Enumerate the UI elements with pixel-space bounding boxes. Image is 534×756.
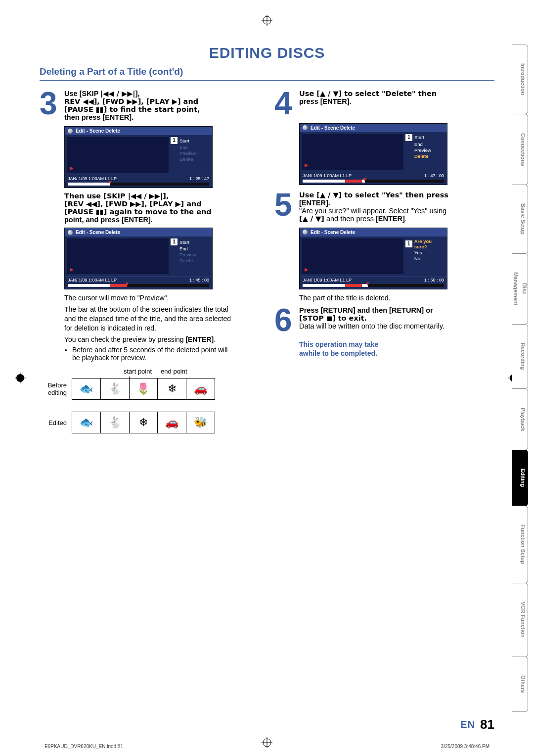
step3-line1c: ], (135, 90, 140, 97)
skip-icons: |◀◀ / ▶▶| (100, 90, 135, 97)
scene-icon: 🌷 (130, 378, 158, 399)
play-icon: ▶ (305, 267, 309, 272)
step-number-6: 6 (274, 306, 295, 335)
step3-bullets: Before and after 5 seconds of the delete… (64, 346, 232, 362)
step-number-4: 4 (274, 90, 295, 118)
step3-then4: point, and press [ENTER]. (64, 216, 153, 224)
divider (40, 80, 494, 81)
disc-icon (303, 125, 308, 130)
osd5-status: JAN/ 1/09 1:00AM L1 LP (303, 278, 352, 283)
operation-note: This operation may take awhile to be com… (299, 340, 494, 358)
osd4-num: 1 (405, 134, 412, 141)
page-title: EDITING DISCS (40, 45, 494, 61)
osd4-item1: End (414, 142, 423, 147)
scene-icon: 🚗 (158, 412, 186, 433)
step5-line1: Use [▲ / ▼] to select "Yes" then press (299, 191, 448, 199)
page-content: EDITING DISCS Deleting a Part of a Title… (40, 30, 494, 726)
registration-top-icon (262, 15, 272, 26)
tab-disc-management[interactable]: Disc Management (512, 253, 528, 325)
osd2-item0: Start (179, 239, 189, 245)
step6-line1: Press [RETURN] and then [RETURN] or (299, 306, 433, 314)
step5-after: The part of the title is deleted. (299, 293, 467, 303)
osd4-status: JAN/ 1/09 1:00AM L1 LP (303, 173, 352, 178)
osd4-item3: Delete (414, 153, 429, 159)
print-metadata: E9PKAUD_DVR620KU_EN.indd 81 3/25/2009 3:… (44, 744, 490, 749)
page-footer: EN 81 (40, 717, 494, 732)
before-editing-row: Before editing 🐟 🐇 🌷 ❄ 🚗 (40, 378, 260, 400)
step3-line1a: Use [SKIP (64, 90, 100, 97)
marker-arrow-icon: ▼ (365, 281, 370, 286)
marker-arrow-icon: ▼ (362, 177, 367, 182)
osd1-item2: Preview (179, 150, 196, 156)
tab-introduction[interactable]: Introduction (512, 45, 528, 114)
play-icon: ▶ (305, 162, 309, 168)
osd1-time: 1 : 25 : 47 (189, 176, 209, 181)
step5-paraA: "Are you sure?" will appear. Select "Yes… (299, 207, 446, 215)
play-icon: ▶ (70, 165, 74, 171)
step5-paraB: [▲ / ▼] (299, 215, 324, 223)
step4-line1: Use [▲ / ▼] to select "Delete" then (299, 90, 437, 97)
scene-icon: 🐇 (101, 412, 130, 433)
osd2-num: 1 (171, 238, 178, 245)
osd1-item3: Delete (179, 156, 193, 162)
tab-connections[interactable]: Connections (512, 114, 528, 185)
osd1-item0: Start (179, 138, 189, 143)
tab-editing[interactable]: Editing (512, 450, 528, 506)
start-point-label: start point (124, 368, 152, 375)
tab-vcr-function[interactable]: VCR Function (512, 583, 528, 657)
scene-icon: 🐝 (186, 412, 215, 433)
step-number-5: 5 (274, 191, 295, 223)
tab-basic-setup[interactable]: Basic Setup (512, 185, 528, 254)
osd-screenshot-4: Edit - Scene Delete ▶ 1Start End Preview… (299, 123, 447, 185)
step-number-3: 3 (40, 90, 60, 121)
marker-arrow-icon: ▼ (108, 180, 113, 185)
osd5-num: 1 (405, 240, 412, 247)
step-5: 5 Use [▲ / ▼] to select "Yes" then press… (274, 191, 494, 223)
step3-then2: [REV ◀◀], [FWD ▶▶], [PLAY ▶] and (64, 200, 202, 208)
osd1-num: 1 (171, 137, 178, 144)
step3-then3: [PAUSE ▮▮] again to move to the end (64, 208, 212, 216)
osd4-header: Edit - Scene Delete (311, 125, 355, 131)
osd4-time: 1 : 47 : 00 (424, 173, 444, 178)
step5-line2: [ENTER]. (299, 199, 330, 207)
step3-then1: Then use [SKIP |◀◀ / ▶▶|], (64, 192, 169, 200)
step4-line2: press [ENTER]. (299, 97, 352, 105)
diagram-point-labels: start point end point (124, 368, 260, 375)
step5-paraD: [ENTER] (376, 215, 405, 223)
step-4: 4 Use [▲ / ▼] to select "Delete" then pr… (274, 90, 494, 118)
osd1-item1: End (179, 144, 188, 150)
end-point-label: end point (161, 368, 187, 375)
tab-others[interactable]: Others (512, 657, 528, 712)
osd5-header: Edit - Scene Delete (311, 230, 355, 235)
right-column: 4 Use [▲ / ▼] to select "Delete" then pr… (274, 90, 494, 433)
edited-label: Edited (40, 419, 67, 426)
scene-icon: 🚗 (186, 378, 215, 399)
osd2-item2: Preview (179, 252, 196, 257)
disc-icon (68, 129, 73, 134)
osd2-header: Edit - Scene Delete (76, 230, 120, 235)
osd2-time: 1 : 45 : 00 (189, 278, 209, 283)
tab-recording[interactable]: Recording (512, 324, 528, 389)
scene-icon: ❄ (130, 412, 158, 433)
scene-icon: 🐟 (72, 412, 101, 433)
footer-lang: EN (460, 719, 475, 730)
scene-icon: 🐇 (101, 378, 130, 399)
osd4-item0: Start (414, 135, 424, 140)
disc-icon (68, 230, 73, 235)
tab-function-setup[interactable]: Function Setup (512, 506, 528, 583)
step3-para2: The bar at the bottom of the screen indi… (64, 305, 232, 333)
step3-line2: REV ◀◀], [FWD ▶▶], [PLAY ▶] and (64, 97, 198, 105)
step3-line3: [PAUSE ▮▮] to find the start point, (64, 105, 200, 113)
section-tabs: Introduction Connections Basic Setup Dis… (512, 45, 528, 711)
step3-bullet1: Before and after 5 seconds of the delete… (72, 346, 232, 362)
step-3: 3 Use [SKIP |◀◀ / ▶▶|], REV ◀◀], [FWD ▶▶… (40, 90, 260, 121)
osd2-status: JAN/ 1/09 1:00AM L1 LP (68, 278, 117, 283)
osd-screenshot-1: Edit - Scene Delete ▶ 1Start End Preview… (64, 126, 213, 188)
registration-left-icon (15, 373, 26, 383)
scene-icon: ❄ (158, 378, 186, 399)
step5-paraC: and then press (324, 215, 376, 223)
print-file: E9PKAUD_DVR620KU_EN.indd 81 (44, 744, 123, 749)
tab-playback[interactable]: Playback (512, 388, 528, 450)
print-timestamp: 3/25/2009 3:48:46 PM (441, 744, 490, 749)
step3-line4: then press [ENTER]. (64, 113, 134, 121)
